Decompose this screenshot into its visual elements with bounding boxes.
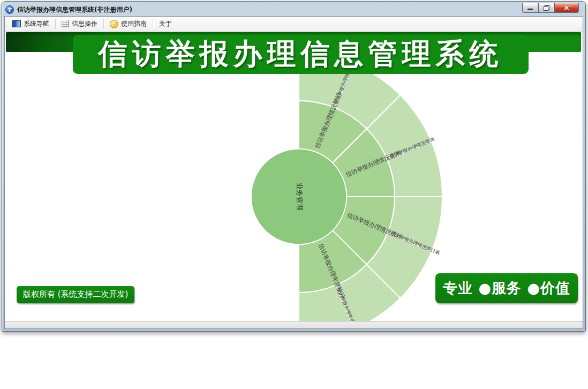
toolbar-item-label: 系统导航 xyxy=(24,19,49,28)
window-body: 系统导航 信息操作 ? 使用指南 关于 业务管理信访举报办理情况登记信访举报办理… xyxy=(4,16,583,329)
toolbar: 系统导航 信息操作 ? 使用指南 关于 xyxy=(5,17,583,32)
sunburst-center-label: 业务管理 xyxy=(296,183,304,211)
grid-icon xyxy=(62,20,69,27)
app-window: ϒ 信访举报办理信息管理系统(非注册用户) 系统导航 信息操作 ? 使用指南 xyxy=(2,1,586,332)
minimize-button[interactable] xyxy=(522,3,538,13)
toolbar-item-label: 信息操作 xyxy=(72,19,97,28)
window-title: 信访举报办理信息管理系统(非注册用户) xyxy=(17,5,132,14)
minimize-icon xyxy=(527,9,533,10)
toolbar-separator xyxy=(55,19,56,29)
toolbar-separator xyxy=(103,19,104,29)
help-icon: ? xyxy=(110,20,118,28)
copyright-badge: 版权所有 (系统支持二次开发) xyxy=(17,286,134,303)
toolbar-item-about[interactable]: 关于 xyxy=(154,17,177,31)
statusbar xyxy=(5,321,583,328)
slogan-badge: 专业 ●服务 ●价值 xyxy=(435,273,578,303)
banner: 信访举报办理信息管理系统 xyxy=(73,35,529,74)
toolbar-item-label: 使用指南 xyxy=(121,19,147,28)
main-content: 业务管理信访举报办理情况登记信访举报办理情况登记信访举报办理情况查询信访举报办理… xyxy=(5,32,583,321)
toolbar-separator xyxy=(153,19,153,29)
window-controls xyxy=(522,3,579,13)
close-button[interactable] xyxy=(554,3,579,13)
toolbar-item-label: 关于 xyxy=(159,19,172,28)
restore-button[interactable] xyxy=(538,3,554,13)
titlebar[interactable]: ϒ 信访举报办理信息管理系统(非注册用户) xyxy=(5,4,510,16)
screen-icon xyxy=(12,20,21,27)
toolbar-item-user-guide[interactable]: ? 使用指南 xyxy=(104,17,152,31)
toolbar-item-info-operations[interactable]: 信息操作 xyxy=(56,17,103,31)
app-logo-icon: ϒ xyxy=(5,5,14,14)
page-title: 信访举报办理信息管理系统 xyxy=(99,35,503,74)
restore-icon xyxy=(544,6,548,11)
close-icon xyxy=(563,5,570,11)
toolbar-item-system-navigation[interactable]: 系统导航 xyxy=(7,17,55,31)
